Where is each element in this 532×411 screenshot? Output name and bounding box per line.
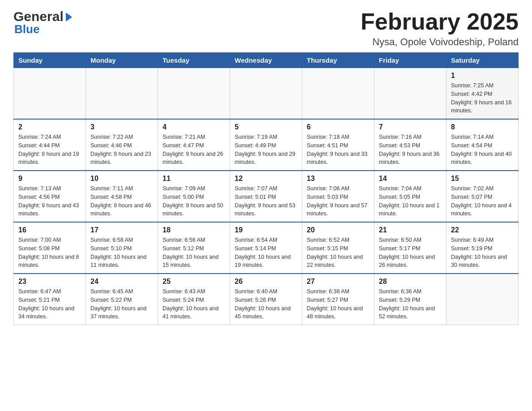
day-number: 2 (18, 123, 81, 131)
calendar-cell: 14Sunrise: 7:04 AMSunset: 5:05 PMDayligh… (374, 171, 446, 222)
day-number: 14 (379, 175, 442, 183)
logo-general: General (13, 9, 64, 24)
day-info: Sunrise: 7:00 AMSunset: 5:08 PMDaylight:… (18, 236, 81, 270)
day-info: Sunrise: 7:21 AMSunset: 4:47 PMDaylight:… (163, 133, 225, 167)
day-number: 21 (379, 226, 442, 234)
day-info: Sunrise: 6:36 AMSunset: 5:29 PMDaylight:… (379, 287, 442, 321)
calendar-cell (446, 274, 519, 325)
calendar-cell (86, 68, 158, 120)
calendar-cell: 27Sunrise: 6:38 AMSunset: 5:27 PMDayligh… (302, 274, 374, 325)
weekday-header-friday: Friday (374, 53, 446, 68)
day-info: Sunrise: 6:52 AMSunset: 5:15 PMDaylight:… (307, 236, 369, 270)
calendar-cell: 3Sunrise: 7:22 AMSunset: 4:46 PMDaylight… (86, 119, 158, 171)
week-row-4: 16Sunrise: 7:00 AMSunset: 5:08 PMDayligh… (14, 222, 519, 274)
day-number: 13 (307, 175, 369, 183)
day-number: 22 (451, 226, 514, 234)
calendar-cell: 1Sunrise: 7:25 AMSunset: 4:42 PMDaylight… (446, 68, 519, 120)
day-info: Sunrise: 7:06 AMSunset: 5:03 PMDaylight:… (307, 184, 369, 218)
day-info: Sunrise: 6:43 AMSunset: 5:24 PMDaylight:… (163, 287, 225, 321)
day-number: 28 (379, 278, 442, 286)
calendar-cell: 11Sunrise: 7:09 AMSunset: 5:00 PMDayligh… (158, 171, 230, 222)
day-info: Sunrise: 7:13 AMSunset: 4:56 PMDaylight:… (18, 184, 81, 218)
calendar-cell: 10Sunrise: 7:11 AMSunset: 4:58 PMDayligh… (86, 171, 158, 222)
month-title: February 2025 (360, 9, 519, 34)
calendar-cell: 6Sunrise: 7:18 AMSunset: 4:51 PMDaylight… (302, 119, 374, 171)
week-row-3: 9Sunrise: 7:13 AMSunset: 4:56 PMDaylight… (14, 171, 519, 222)
day-info: Sunrise: 6:58 AMSunset: 5:10 PMDaylight:… (90, 236, 153, 270)
weekday-header-sunday: Sunday (14, 53, 86, 68)
day-info: Sunrise: 7:11 AMSunset: 4:58 PMDaylight:… (90, 184, 153, 218)
calendar-cell: 12Sunrise: 7:07 AMSunset: 5:01 PMDayligh… (230, 171, 302, 222)
calendar-cell: 26Sunrise: 6:40 AMSunset: 5:26 PMDayligh… (230, 274, 302, 325)
day-number: 12 (235, 175, 297, 183)
day-info: Sunrise: 6:45 AMSunset: 5:22 PMDaylight:… (90, 287, 153, 321)
week-row-2: 2Sunrise: 7:24 AMSunset: 4:44 PMDaylight… (14, 119, 519, 171)
day-info: Sunrise: 7:14 AMSunset: 4:54 PMDaylight:… (451, 133, 514, 167)
day-info: Sunrise: 7:24 AMSunset: 4:44 PMDaylight:… (18, 133, 81, 167)
day-info: Sunrise: 6:47 AMSunset: 5:21 PMDaylight:… (18, 287, 81, 321)
day-number: 24 (90, 278, 153, 286)
calendar-cell (14, 68, 86, 120)
location: Nysa, Opole Voivodeship, Poland (360, 36, 519, 48)
day-number: 17 (90, 226, 153, 234)
calendar-cell: 22Sunrise: 6:49 AMSunset: 5:19 PMDayligh… (446, 222, 519, 274)
weekday-header-thursday: Thursday (302, 53, 374, 68)
day-number: 9 (18, 175, 81, 183)
day-number: 6 (307, 123, 369, 131)
day-info: Sunrise: 6:38 AMSunset: 5:27 PMDaylight:… (307, 287, 369, 321)
calendar-header-row: SundayMondayTuesdayWednesdayThursdayFrid… (14, 53, 519, 68)
day-number: 27 (307, 278, 369, 286)
page-header: General Blue February 2025 Nysa, Opole V… (13, 9, 519, 48)
calendar-cell: 8Sunrise: 7:14 AMSunset: 4:54 PMDaylight… (446, 119, 519, 171)
day-number: 4 (163, 123, 225, 131)
calendar-cell: 19Sunrise: 6:54 AMSunset: 5:14 PMDayligh… (230, 222, 302, 274)
logo-arrow-icon (66, 13, 72, 21)
logo-blue-text: Blue (14, 22, 39, 36)
day-info: Sunrise: 7:16 AMSunset: 4:53 PMDaylight:… (379, 133, 442, 167)
day-info: Sunrise: 6:49 AMSunset: 5:19 PMDaylight:… (451, 236, 514, 270)
day-info: Sunrise: 7:02 AMSunset: 5:07 PMDaylight:… (451, 184, 514, 218)
calendar-table: SundayMondayTuesdayWednesdayThursdayFrid… (13, 52, 519, 325)
day-number: 3 (90, 123, 153, 131)
day-info: Sunrise: 7:09 AMSunset: 5:00 PMDaylight:… (163, 184, 225, 218)
calendar-cell: 23Sunrise: 6:47 AMSunset: 5:21 PMDayligh… (14, 274, 86, 325)
day-info: Sunrise: 6:40 AMSunset: 5:26 PMDaylight:… (235, 287, 297, 321)
day-number: 1 (451, 72, 514, 80)
weekday-header-monday: Monday (86, 53, 158, 68)
day-number: 19 (235, 226, 297, 234)
calendar-cell: 28Sunrise: 6:36 AMSunset: 5:29 PMDayligh… (374, 274, 446, 325)
calendar-cell: 2Sunrise: 7:24 AMSunset: 4:44 PMDaylight… (14, 119, 86, 171)
logo: General Blue (13, 9, 72, 36)
calendar-cell: 5Sunrise: 7:19 AMSunset: 4:49 PMDaylight… (230, 119, 302, 171)
title-area: February 2025 Nysa, Opole Voivodeship, P… (360, 9, 519, 48)
day-info: Sunrise: 7:19 AMSunset: 4:49 PMDaylight:… (235, 133, 297, 167)
weekday-header-tuesday: Tuesday (158, 53, 230, 68)
day-info: Sunrise: 7:22 AMSunset: 4:46 PMDaylight:… (90, 133, 153, 167)
day-number: 26 (235, 278, 297, 286)
calendar-cell: 4Sunrise: 7:21 AMSunset: 4:47 PMDaylight… (158, 119, 230, 171)
calendar-cell: 17Sunrise: 6:58 AMSunset: 5:10 PMDayligh… (86, 222, 158, 274)
day-info: Sunrise: 6:56 AMSunset: 5:12 PMDaylight:… (163, 236, 225, 270)
calendar-cell: 16Sunrise: 7:00 AMSunset: 5:08 PMDayligh… (14, 222, 86, 274)
calendar-cell (158, 68, 230, 120)
day-number: 20 (307, 226, 369, 234)
calendar-cell: 9Sunrise: 7:13 AMSunset: 4:56 PMDaylight… (14, 171, 86, 222)
calendar-cell (230, 68, 302, 120)
calendar-cell: 25Sunrise: 6:43 AMSunset: 5:24 PMDayligh… (158, 274, 230, 325)
calendar-cell (302, 68, 374, 120)
calendar-cell: 15Sunrise: 7:02 AMSunset: 5:07 PMDayligh… (446, 171, 519, 222)
day-number: 10 (90, 175, 153, 183)
day-number: 11 (163, 175, 225, 183)
weekday-header-saturday: Saturday (446, 53, 519, 68)
day-number: 8 (451, 123, 514, 131)
logo-text: General (13, 9, 72, 24)
weekday-header-wednesday: Wednesday (230, 53, 302, 68)
calendar-cell: 18Sunrise: 6:56 AMSunset: 5:12 PMDayligh… (158, 222, 230, 274)
calendar-cell (374, 68, 446, 120)
day-number: 18 (163, 226, 225, 234)
calendar-cell: 7Sunrise: 7:16 AMSunset: 4:53 PMDaylight… (374, 119, 446, 171)
day-info: Sunrise: 7:18 AMSunset: 4:51 PMDaylight:… (307, 133, 369, 167)
day-info: Sunrise: 7:07 AMSunset: 5:01 PMDaylight:… (235, 184, 297, 218)
calendar-cell: 20Sunrise: 6:52 AMSunset: 5:15 PMDayligh… (302, 222, 374, 274)
calendar-cell: 24Sunrise: 6:45 AMSunset: 5:22 PMDayligh… (86, 274, 158, 325)
